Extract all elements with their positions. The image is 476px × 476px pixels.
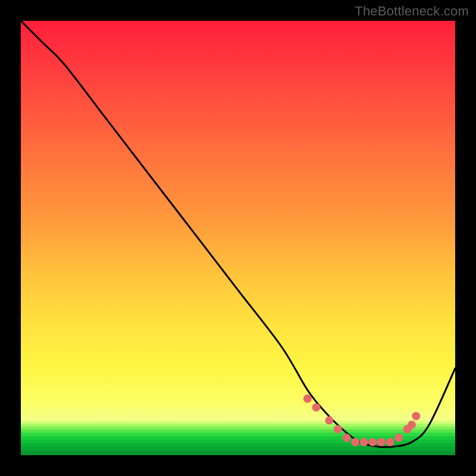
highlight-bead (386, 438, 394, 446)
highlight-bead (303, 394, 312, 403)
highlight-bead (368, 438, 377, 446)
highlight-bead (325, 416, 333, 425)
highlight-bead (377, 438, 386, 446)
curve-layer (21, 21, 455, 455)
highlight-bead (351, 438, 359, 446)
highlight-bead (394, 434, 403, 442)
plot-area (21, 21, 455, 455)
highlight-bead (412, 412, 420, 420)
highlight-bead (343, 434, 351, 442)
highlight-bead (360, 438, 368, 446)
chart-frame: TheBottleneck.com (0, 0, 476, 476)
highlight-bead (312, 403, 320, 412)
highlight-bead (334, 425, 342, 433)
bottleneck-curve (21, 21, 455, 447)
watermark-text: TheBottleneck.com (355, 4, 469, 19)
highlight-bead (408, 421, 416, 429)
highlight-beads-group (303, 394, 421, 446)
